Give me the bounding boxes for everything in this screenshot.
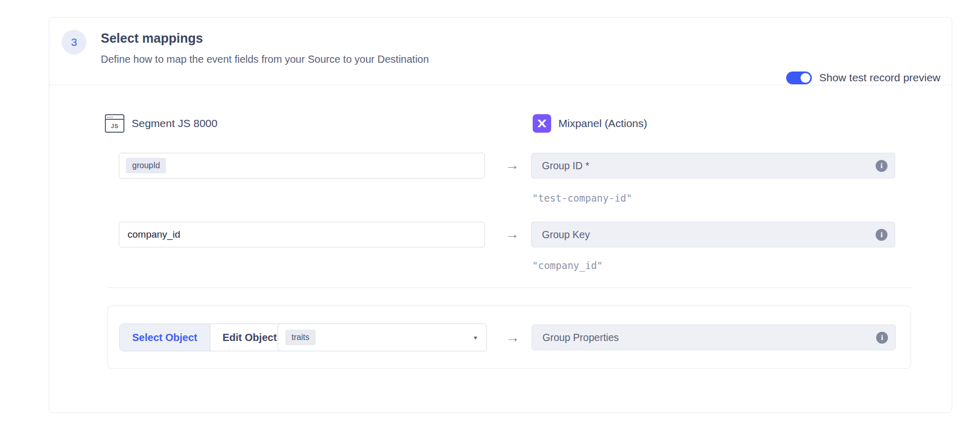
dropdown-value-chip: traits (285, 330, 316, 345)
test-record-preview-toggle-group: Show test record preview (786, 71, 940, 84)
source-field-input-company-id[interactable]: company_id (119, 222, 485, 247)
select-mappings-card: 3 Select mappings Define how to map the … (49, 17, 952, 413)
header-text: Select mappings Define how to map the ev… (101, 30, 429, 66)
object-mode-segmented-control: Select Object Edit Object (119, 324, 289, 351)
destination-endpoint: Mixpanel (Actions) (533, 114, 647, 133)
dest-field-group-properties: Group Properties i (532, 325, 896, 350)
page-title: Select mappings (101, 30, 429, 46)
card-header: 3 Select mappings Define how to map the … (49, 17, 952, 85)
info-icon[interactable]: i (876, 229, 887, 241)
dest-field-group-key: Group Key i (531, 222, 895, 247)
show-test-record-preview-toggle[interactable] (786, 71, 812, 84)
toggle-knob (801, 73, 810, 83)
page-subtitle: Define how to map the event fields from … (101, 52, 429, 66)
source-field-input-groupid[interactable]: groupId (119, 153, 485, 178)
step-number-badge: 3 (62, 30, 86, 55)
object-mapping-box: Select Object Edit Object traits ▾ → Gro… (107, 306, 911, 369)
select-object-button[interactable]: Select Object (120, 324, 210, 351)
info-icon[interactable]: i (876, 332, 888, 344)
source-field-text: company_id (128, 229, 180, 240)
dest-field-group-id: Group ID * i (531, 153, 895, 178)
toggle-label: Show test record preview (819, 71, 940, 84)
mixpanel-icon (533, 114, 551, 133)
destination-name: Mixpanel (Actions) (558, 117, 647, 130)
mapping-arrow-icon: → (502, 226, 522, 242)
source-endpoint: JS Segment JS 8000 (105, 114, 217, 133)
object-source-dropdown[interactable]: traits ▾ (278, 324, 487, 351)
section-divider (107, 288, 911, 288)
test-record-preview-value: "test-company-id" (532, 190, 632, 206)
source-name: Segment JS 8000 (132, 117, 217, 130)
info-icon[interactable]: i (876, 160, 887, 172)
source-field-chip[interactable]: groupId (126, 158, 166, 173)
mapping-arrow-icon: → (502, 157, 522, 173)
js-browser-window-icon: JS (105, 114, 124, 133)
dest-field-label: Group ID * (542, 160, 876, 172)
test-record-preview-value: "company_id" (532, 258, 603, 273)
mapping-arrow-icon: → (502, 330, 523, 346)
chevron-down-icon: ▾ (474, 334, 477, 342)
dest-field-label: Group Key (542, 229, 876, 241)
dest-field-label: Group Properties (542, 332, 876, 344)
